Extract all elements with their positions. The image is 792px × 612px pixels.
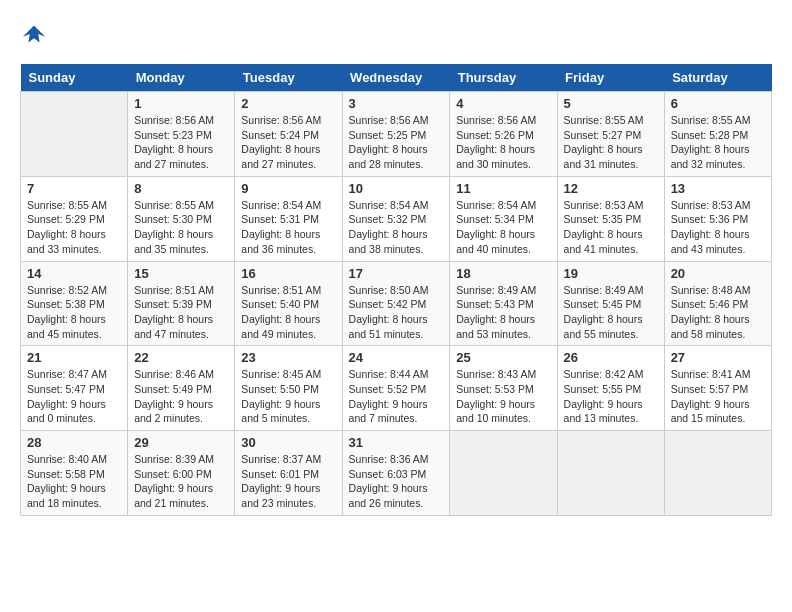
day-number: 27 xyxy=(671,350,765,365)
calendar-cell: 30Sunrise: 8:37 AM Sunset: 6:01 PM Dayli… xyxy=(235,431,342,516)
day-info: Sunrise: 8:54 AM Sunset: 5:34 PM Dayligh… xyxy=(456,198,550,257)
day-number: 16 xyxy=(241,266,335,281)
logo-icon xyxy=(20,20,48,48)
day-number: 30 xyxy=(241,435,335,450)
day-number: 22 xyxy=(134,350,228,365)
day-number: 17 xyxy=(349,266,444,281)
calendar-cell: 29Sunrise: 8:39 AM Sunset: 6:00 PM Dayli… xyxy=(128,431,235,516)
day-number: 24 xyxy=(349,350,444,365)
day-info: Sunrise: 8:43 AM Sunset: 5:53 PM Dayligh… xyxy=(456,367,550,426)
day-info: Sunrise: 8:56 AM Sunset: 5:26 PM Dayligh… xyxy=(456,113,550,172)
calendar-cell: 20Sunrise: 8:48 AM Sunset: 5:46 PM Dayli… xyxy=(664,261,771,346)
calendar-cell: 15Sunrise: 8:51 AM Sunset: 5:39 PM Dayli… xyxy=(128,261,235,346)
svg-marker-0 xyxy=(23,26,45,43)
day-info: Sunrise: 8:54 AM Sunset: 5:31 PM Dayligh… xyxy=(241,198,335,257)
day-info: Sunrise: 8:47 AM Sunset: 5:47 PM Dayligh… xyxy=(27,367,121,426)
day-number: 5 xyxy=(564,96,658,111)
day-info: Sunrise: 8:56 AM Sunset: 5:25 PM Dayligh… xyxy=(349,113,444,172)
calendar-cell: 25Sunrise: 8:43 AM Sunset: 5:53 PM Dayli… xyxy=(450,346,557,431)
day-number: 12 xyxy=(564,181,658,196)
logo xyxy=(20,20,52,48)
day-info: Sunrise: 8:55 AM Sunset: 5:28 PM Dayligh… xyxy=(671,113,765,172)
calendar-cell: 26Sunrise: 8:42 AM Sunset: 5:55 PM Dayli… xyxy=(557,346,664,431)
calendar-cell: 6Sunrise: 8:55 AM Sunset: 5:28 PM Daylig… xyxy=(664,92,771,177)
day-number: 29 xyxy=(134,435,228,450)
calendar-cell: 23Sunrise: 8:45 AM Sunset: 5:50 PM Dayli… xyxy=(235,346,342,431)
day-info: Sunrise: 8:52 AM Sunset: 5:38 PM Dayligh… xyxy=(27,283,121,342)
day-info: Sunrise: 8:39 AM Sunset: 6:00 PM Dayligh… xyxy=(134,452,228,511)
day-info: Sunrise: 8:36 AM Sunset: 6:03 PM Dayligh… xyxy=(349,452,444,511)
calendar-cell: 18Sunrise: 8:49 AM Sunset: 5:43 PM Dayli… xyxy=(450,261,557,346)
calendar-cell: 8Sunrise: 8:55 AM Sunset: 5:30 PM Daylig… xyxy=(128,176,235,261)
day-info: Sunrise: 8:49 AM Sunset: 5:43 PM Dayligh… xyxy=(456,283,550,342)
day-number: 1 xyxy=(134,96,228,111)
calendar-cell: 9Sunrise: 8:54 AM Sunset: 5:31 PM Daylig… xyxy=(235,176,342,261)
calendar-cell xyxy=(21,92,128,177)
calendar-cell: 7Sunrise: 8:55 AM Sunset: 5:29 PM Daylig… xyxy=(21,176,128,261)
calendar-cell: 27Sunrise: 8:41 AM Sunset: 5:57 PM Dayli… xyxy=(664,346,771,431)
day-number: 3 xyxy=(349,96,444,111)
calendar-week-row: 7Sunrise: 8:55 AM Sunset: 5:29 PM Daylig… xyxy=(21,176,772,261)
day-number: 4 xyxy=(456,96,550,111)
calendar-cell: 11Sunrise: 8:54 AM Sunset: 5:34 PM Dayli… xyxy=(450,176,557,261)
header-friday: Friday xyxy=(557,64,664,92)
header-wednesday: Wednesday xyxy=(342,64,450,92)
calendar-cell: 21Sunrise: 8:47 AM Sunset: 5:47 PM Dayli… xyxy=(21,346,128,431)
day-number: 7 xyxy=(27,181,121,196)
day-info: Sunrise: 8:51 AM Sunset: 5:39 PM Dayligh… xyxy=(134,283,228,342)
calendar-cell: 14Sunrise: 8:52 AM Sunset: 5:38 PM Dayli… xyxy=(21,261,128,346)
day-info: Sunrise: 8:51 AM Sunset: 5:40 PM Dayligh… xyxy=(241,283,335,342)
day-number: 18 xyxy=(456,266,550,281)
day-info: Sunrise: 8:49 AM Sunset: 5:45 PM Dayligh… xyxy=(564,283,658,342)
header-tuesday: Tuesday xyxy=(235,64,342,92)
day-info: Sunrise: 8:41 AM Sunset: 5:57 PM Dayligh… xyxy=(671,367,765,426)
calendar-cell: 19Sunrise: 8:49 AM Sunset: 5:45 PM Dayli… xyxy=(557,261,664,346)
day-number: 10 xyxy=(349,181,444,196)
calendar-table: SundayMondayTuesdayWednesdayThursdayFrid… xyxy=(20,64,772,516)
calendar-week-row: 21Sunrise: 8:47 AM Sunset: 5:47 PM Dayli… xyxy=(21,346,772,431)
calendar-cell: 5Sunrise: 8:55 AM Sunset: 5:27 PM Daylig… xyxy=(557,92,664,177)
header-saturday: Saturday xyxy=(664,64,771,92)
day-info: Sunrise: 8:45 AM Sunset: 5:50 PM Dayligh… xyxy=(241,367,335,426)
day-number: 23 xyxy=(241,350,335,365)
day-info: Sunrise: 8:55 AM Sunset: 5:30 PM Dayligh… xyxy=(134,198,228,257)
calendar-week-row: 1Sunrise: 8:56 AM Sunset: 5:23 PM Daylig… xyxy=(21,92,772,177)
calendar-cell: 22Sunrise: 8:46 AM Sunset: 5:49 PM Dayli… xyxy=(128,346,235,431)
day-info: Sunrise: 8:50 AM Sunset: 5:42 PM Dayligh… xyxy=(349,283,444,342)
day-info: Sunrise: 8:55 AM Sunset: 5:27 PM Dayligh… xyxy=(564,113,658,172)
day-number: 21 xyxy=(27,350,121,365)
day-info: Sunrise: 8:42 AM Sunset: 5:55 PM Dayligh… xyxy=(564,367,658,426)
day-info: Sunrise: 8:55 AM Sunset: 5:29 PM Dayligh… xyxy=(27,198,121,257)
day-number: 20 xyxy=(671,266,765,281)
day-info: Sunrise: 8:46 AM Sunset: 5:49 PM Dayligh… xyxy=(134,367,228,426)
day-info: Sunrise: 8:56 AM Sunset: 5:24 PM Dayligh… xyxy=(241,113,335,172)
day-info: Sunrise: 8:48 AM Sunset: 5:46 PM Dayligh… xyxy=(671,283,765,342)
header-thursday: Thursday xyxy=(450,64,557,92)
day-info: Sunrise: 8:37 AM Sunset: 6:01 PM Dayligh… xyxy=(241,452,335,511)
calendar-cell: 4Sunrise: 8:56 AM Sunset: 5:26 PM Daylig… xyxy=(450,92,557,177)
day-info: Sunrise: 8:56 AM Sunset: 5:23 PM Dayligh… xyxy=(134,113,228,172)
day-number: 25 xyxy=(456,350,550,365)
day-number: 26 xyxy=(564,350,658,365)
calendar-cell: 28Sunrise: 8:40 AM Sunset: 5:58 PM Dayli… xyxy=(21,431,128,516)
day-number: 28 xyxy=(27,435,121,450)
day-number: 15 xyxy=(134,266,228,281)
calendar-cell: 3Sunrise: 8:56 AM Sunset: 5:25 PM Daylig… xyxy=(342,92,450,177)
day-info: Sunrise: 8:40 AM Sunset: 5:58 PM Dayligh… xyxy=(27,452,121,511)
calendar-cell: 24Sunrise: 8:44 AM Sunset: 5:52 PM Dayli… xyxy=(342,346,450,431)
day-number: 13 xyxy=(671,181,765,196)
day-number: 2 xyxy=(241,96,335,111)
day-number: 14 xyxy=(27,266,121,281)
day-info: Sunrise: 8:44 AM Sunset: 5:52 PM Dayligh… xyxy=(349,367,444,426)
calendar-week-row: 14Sunrise: 8:52 AM Sunset: 5:38 PM Dayli… xyxy=(21,261,772,346)
calendar-cell xyxy=(450,431,557,516)
day-number: 11 xyxy=(456,181,550,196)
day-info: Sunrise: 8:54 AM Sunset: 5:32 PM Dayligh… xyxy=(349,198,444,257)
calendar-header-row: SundayMondayTuesdayWednesdayThursdayFrid… xyxy=(21,64,772,92)
day-info: Sunrise: 8:53 AM Sunset: 5:35 PM Dayligh… xyxy=(564,198,658,257)
calendar-cell xyxy=(664,431,771,516)
calendar-cell: 2Sunrise: 8:56 AM Sunset: 5:24 PM Daylig… xyxy=(235,92,342,177)
calendar-cell: 12Sunrise: 8:53 AM Sunset: 5:35 PM Dayli… xyxy=(557,176,664,261)
day-number: 19 xyxy=(564,266,658,281)
day-number: 8 xyxy=(134,181,228,196)
